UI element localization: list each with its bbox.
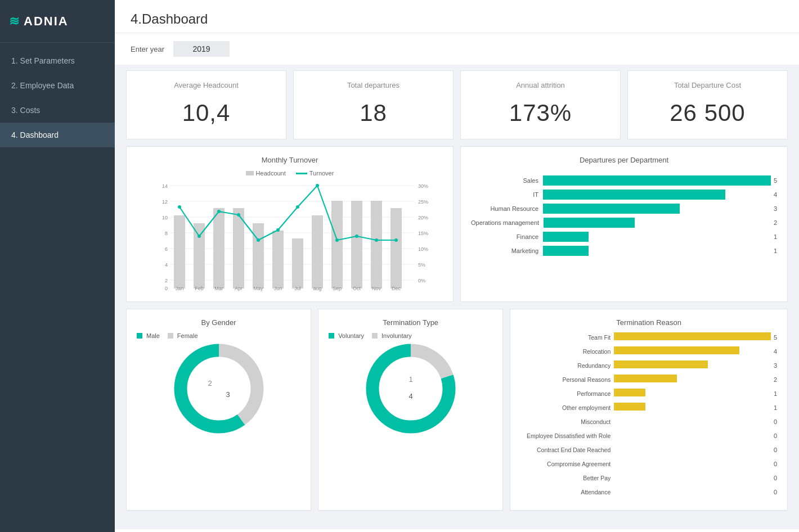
legend-involuntary: Involuntary [372,332,412,339]
dept-bar-it-num: 4 [774,191,777,198]
term-bar-other-num: 1 [774,404,777,411]
svg-rect-24 [213,208,225,288]
svg-text:Dec: Dec [392,286,401,291]
term-bar-contract-track [614,445,771,455]
svg-text:10: 10 [162,215,168,220]
kpi-total-departures-value: 18 [305,100,442,127]
gender-donut-svg: 2 3 [174,344,264,434]
dept-bar-ops-track [544,218,771,228]
svg-point-44 [375,238,378,242]
sidebar-item-employee-data[interactable]: 2. Employee Data [0,73,115,98]
monthly-turnover-card: Monthly Turnover Headcount Turnover [126,146,454,302]
term-bar-contract-label: Contract End Date Reached [520,447,611,453]
term-bar-redundancy-fill [614,360,708,368]
termination-reason-bars: Team Fit 5 Relocation 4 Re [520,332,777,497]
year-input[interactable] [173,41,230,57]
female-legend-icon [168,333,173,339]
svg-point-34 [178,205,181,209]
dept-bar-hr-num: 3 [774,205,777,212]
logo-text: ADNIA [24,14,69,29]
svg-point-36 [217,210,221,213]
svg-text:2: 2 [208,379,212,387]
page-header: 4.Dashboard [115,0,799,33]
svg-rect-31 [351,201,362,288]
departures-per-dept-title: Departures per Department [471,156,777,164]
dashboard-content: Average Headcount 10,4 Total departures … [115,65,799,529]
svg-point-40 [296,205,299,209]
dept-bar-finance: Finance 1 [471,232,777,242]
kpi-total-departures: Total departures 18 [293,70,454,139]
gender-legend: Male Female [137,332,300,339]
sidebar-item-set-parameters[interactable]: 1. Set Parameters [0,48,115,73]
termination-type-title: Termination Type [329,318,492,327]
kpi-total-departure-cost-title: Total Departure Cost [639,81,776,89]
dept-bar-marketing: Marketing 1 [471,246,777,256]
term-bar-relocation-track [614,346,771,357]
term-bar-relocation-fill [614,346,739,354]
term-bar-betterpay-label: Better Pay [520,475,611,481]
svg-text:Feb: Feb [195,286,204,291]
svg-point-38 [257,238,260,242]
monthly-turnover-svg: 14 12 10 8 6 4 2 0 30% 25% 20% 15% 10% [137,180,443,292]
headcount-legend-label: Headcount [256,170,286,177]
kpi-total-departure-cost: Total Departure Cost 26 500 [627,70,788,139]
sidebar-item-dashboard[interactable]: 4. Dashboard [0,123,115,147]
headcount-legend-icon [246,171,254,175]
legend-male: Male [137,332,160,339]
monthly-turnover-title: Monthly Turnover [137,156,443,164]
term-bar-teamfit: Team Fit 5 [520,332,777,342]
term-bar-contract-num: 0 [774,447,777,453]
bottom-row: By Gender Male Female [126,309,788,511]
dept-bar-hr: Human Resource 3 [471,204,777,214]
term-bar-personal: Personal Reasons 2 [520,375,777,385]
term-bar-attendance: Attendance 0 [520,487,777,497]
svg-text:5%: 5% [418,262,425,268]
term-bar-relocation-num: 4 [774,348,777,355]
termination-type-donut-svg: 1 4 [366,344,456,434]
svg-text:1: 1 [409,375,412,384]
page-title: 4.Dashboard [131,11,783,27]
term-bar-attendance-label: Attendance [520,489,611,495]
svg-point-42 [335,238,339,242]
kpi-avg-headcount: Average Headcount 10,4 [126,70,286,139]
dept-bar-sales-num: 5 [774,177,777,184]
svg-rect-22 [174,215,185,288]
sidebar-item-costs[interactable]: 3. Costs [0,98,115,123]
dept-bar-marketing-track [543,246,771,256]
term-bar-other: Other employment 1 [520,403,777,413]
dept-bar-finance-num: 1 [774,233,777,240]
dept-bar-sales: Sales 5 [471,175,777,186]
svg-text:4: 4 [165,262,168,268]
term-bar-misconduct-num: 0 [774,418,777,425]
term-bar-teamfit-track [614,332,771,342]
dept-bar-ops-fill [544,218,635,228]
termination-type-legend: Voluntary Involuntary [329,332,492,339]
termination-type-donut: 1 4 [329,344,492,434]
gender-title: By Gender [137,318,300,327]
term-bar-teamfit-label: Team Fit [520,334,611,341]
dept-bar-hr-label: Human Resource [471,205,538,212]
dept-bar-it-fill [543,190,725,200]
term-bar-dissatisfied-track [614,431,771,441]
svg-point-43 [355,235,358,238]
svg-text:6: 6 [165,246,168,252]
term-bar-attendance-track [614,487,771,497]
voluntary-legend-label: Voluntary [338,332,364,339]
svg-text:Sep: Sep [333,286,342,291]
svg-text:Jul: Jul [294,286,301,291]
term-bar-betterpay: Better Pay 0 [520,473,777,483]
logo-icon: ≋ [9,14,18,29]
term-bar-redundancy-label: Redundancy [520,362,611,369]
svg-rect-26 [253,223,264,288]
year-label: Enter year [131,45,164,53]
term-bar-performance-fill [614,389,645,396]
term-bar-dissatisfied-label: Employee Dissatisfied with Role [520,432,611,439]
monthly-chart-svg-area: 14 12 10 8 6 4 2 0 30% 25% 20% 15% 10% [137,180,443,292]
male-legend-label: Male [146,332,160,339]
year-row: Enter year [115,33,799,65]
term-bar-performance-label: Performance [520,390,611,397]
kpi-annual-attrition-title: Annual attrition [472,81,609,89]
dept-bar-sales-fill [543,175,771,186]
svg-text:10%: 10% [418,246,428,252]
svg-text:Jun: Jun [274,286,282,291]
